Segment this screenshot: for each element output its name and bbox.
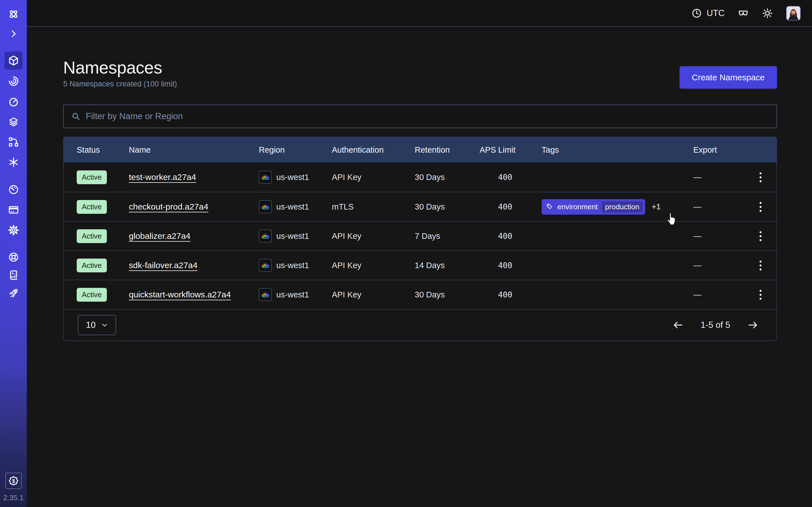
column-header-retention: Retention	[415, 145, 479, 155]
layers-icon	[8, 116, 19, 128]
svg-text:$: $	[12, 478, 15, 484]
export-status: —	[693, 261, 744, 270]
topbar: UTC	[27, 0, 812, 27]
region-label: us-west1	[276, 202, 309, 212]
namespace-link[interactable]: sdk-failover.a27a4	[129, 261, 198, 270]
export-status: —	[693, 202, 744, 212]
column-header-export: Export	[693, 145, 744, 155]
namespaces-table: Status Name Region Authentication Retent…	[63, 136, 777, 341]
arrow-right-icon	[747, 320, 758, 331]
lifebuoy-icon	[8, 251, 19, 263]
branch-icon	[8, 136, 19, 148]
table-row: Active test-worker.a27a4 us-wes	[64, 163, 776, 192]
tag-value: production	[602, 202, 643, 212]
labs-button[interactable]	[738, 8, 749, 19]
dollar-badge-icon: $	[8, 475, 19, 487]
namespace-link[interactable]: checkout-prod.a27a4	[129, 202, 208, 211]
credit-card-icon	[8, 204, 19, 216]
glasses-icon	[738, 8, 749, 19]
page-size-value: 10	[86, 320, 96, 330]
row-menu-button[interactable]	[758, 259, 763, 272]
status-badge: Active	[77, 200, 107, 214]
status-badge: Active	[77, 259, 107, 272]
cube-icon	[8, 55, 19, 66]
create-namespace-button[interactable]: Create Namespace	[679, 66, 777, 89]
spiral-icon	[8, 75, 19, 87]
sidebar-item-getting-started[interactable]	[8, 287, 19, 299]
gcp-region-icon	[259, 288, 272, 301]
retention-period: 7 Days	[415, 231, 479, 241]
region-label: us-west1	[276, 290, 309, 299]
auth-method: mTLS	[332, 202, 415, 212]
status-badge: Active	[77, 170, 107, 184]
retention-period: 14 Days	[415, 261, 479, 270]
row-menu-button[interactable]	[758, 200, 763, 214]
column-header-status: Status	[77, 145, 129, 155]
temporal-logo-icon[interactable]	[8, 8, 19, 20]
namespace-link[interactable]: test-worker.a27a4	[129, 172, 196, 182]
column-header-aps: APS Limit	[479, 145, 513, 155]
previous-page-button[interactable]	[672, 320, 684, 331]
chevron-down-icon	[101, 322, 108, 328]
aps-limit: 400	[479, 202, 513, 212]
filter-input[interactable]	[86, 111, 769, 121]
book-sparkles-icon	[8, 269, 19, 281]
sidebar-item-workflows[interactable]	[8, 75, 19, 87]
arrow-left-icon	[672, 320, 684, 331]
table-row: Active checkout-prod.a27a4 us-w	[64, 192, 776, 221]
user-avatar[interactable]	[786, 6, 801, 20]
sidebar-item-namespaces[interactable]	[4, 52, 22, 69]
timezone-selector[interactable]: UTC	[691, 8, 725, 18]
gauge-icon	[8, 184, 19, 195]
column-header-name: Name	[129, 145, 259, 155]
sidebar-item-nexus[interactable]	[8, 136, 19, 148]
sun-icon	[762, 8, 773, 19]
aps-limit: 400	[479, 261, 513, 270]
tag-key: environment	[557, 203, 598, 211]
sidebar-item-batch[interactable]	[8, 156, 19, 168]
column-header-region: Region	[259, 145, 332, 155]
asterisk-icon	[8, 157, 19, 168]
export-status: —	[693, 173, 744, 182]
row-menu-button[interactable]	[758, 288, 763, 301]
sidebar-item-billing[interactable]	[8, 204, 19, 216]
timezone-label: UTC	[707, 8, 725, 18]
status-badge: Active	[77, 229, 107, 243]
next-page-button[interactable]	[747, 320, 758, 331]
sidebar-item-docs[interactable]	[8, 269, 19, 281]
row-menu-button[interactable]	[758, 171, 763, 184]
column-header-auth: Authentication	[332, 145, 415, 155]
table-row: Active quickstart-workflows.a27a4	[64, 280, 776, 309]
retention-period: 30 Days	[415, 173, 479, 182]
export-status: —	[693, 290, 744, 299]
namespace-link[interactable]: globalizer.a27a4	[129, 231, 191, 240]
timer-icon	[8, 96, 19, 107]
gcp-region-icon	[259, 259, 272, 272]
page-title: Namespaces	[63, 58, 177, 77]
row-menu-button[interactable]	[758, 230, 763, 243]
tag-icon	[546, 203, 553, 210]
gcp-region-icon	[259, 171, 272, 184]
sidebar-item-settings[interactable]	[8, 224, 19, 236]
auth-method: API Key	[332, 290, 415, 299]
retention-period: 30 Days	[415, 202, 479, 212]
pagination-bar: 10 1-5 of 5	[64, 309, 776, 341]
status-badge: Active	[77, 288, 107, 302]
theme-toggle-button[interactable]	[762, 8, 773, 19]
gcp-region-icon	[259, 230, 272, 242]
pricing-button[interactable]: $	[5, 473, 22, 489]
namespace-link[interactable]: quickstart-workflows.a27a4	[129, 290, 231, 299]
auth-method: API Key	[332, 231, 415, 241]
aps-limit: 400	[479, 290, 513, 299]
page-range-label: 1-5 of 5	[701, 320, 730, 330]
sidebar-item-schedules[interactable]	[8, 96, 19, 108]
column-header-tags: Tags	[542, 145, 693, 155]
sidebar-item-deployments[interactable]	[8, 116, 19, 128]
page-size-select[interactable]: 10	[78, 315, 116, 335]
search-icon	[71, 112, 81, 121]
sidebar-item-usage[interactable]	[8, 184, 19, 195]
tag-pill[interactable]: environment production	[542, 199, 645, 215]
sidebar-expand-button[interactable]	[8, 28, 19, 40]
sidebar-item-support[interactable]	[8, 251, 19, 263]
gear-icon	[8, 224, 19, 236]
